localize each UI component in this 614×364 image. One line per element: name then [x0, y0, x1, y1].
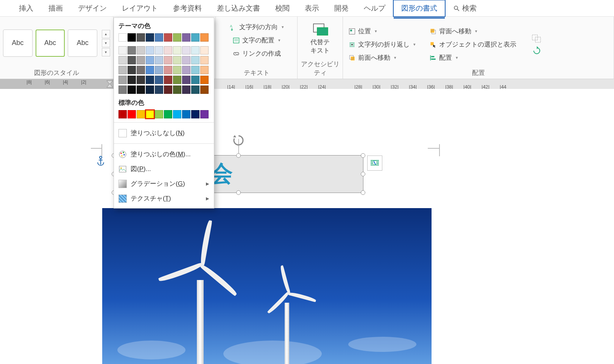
- color-swatch[interactable]: [191, 56, 199, 64]
- color-swatch[interactable]: [182, 33, 190, 42]
- color-swatch[interactable]: [137, 33, 145, 42]
- color-swatch[interactable]: [146, 66, 154, 74]
- document-area[interactable]: 電所見学会: [0, 89, 614, 364]
- style-preset-2[interactable]: Abc: [36, 30, 65, 57]
- color-swatch[interactable]: [137, 46, 145, 54]
- gradient-fill-item[interactable]: グラデーション(G) ▸: [114, 176, 214, 191]
- color-swatch[interactable]: [118, 33, 127, 42]
- style-gallery-spinner[interactable]: ▴ ▾ ▾: [102, 30, 110, 56]
- color-swatch[interactable]: [200, 76, 209, 84]
- color-swatch[interactable]: [155, 76, 163, 84]
- color-swatch[interactable]: [164, 76, 172, 84]
- color-swatch[interactable]: [137, 86, 145, 94]
- color-swatch[interactable]: [128, 56, 136, 64]
- no-fill-item[interactable]: 塗りつぶしなし(N): [114, 126, 214, 140]
- color-swatch[interactable]: [146, 86, 154, 94]
- color-swatch[interactable]: [164, 56, 172, 64]
- color-swatch[interactable]: [155, 66, 163, 74]
- selection-pane-button[interactable]: オブジェクトの選択と表示: [427, 39, 519, 50]
- tab-mailings[interactable]: 差し込み文書: [209, 0, 268, 16]
- wind-turbine-image[interactable]: [102, 208, 432, 364]
- resize-handle-t[interactable]: [236, 153, 241, 158]
- align-objects-button[interactable]: 配置: [427, 53, 519, 63]
- color-swatch[interactable]: [173, 86, 181, 94]
- color-swatch[interactable]: [191, 76, 199, 84]
- color-swatch[interactable]: [164, 66, 172, 74]
- tab-review[interactable]: 校閲: [268, 0, 297, 16]
- horizontal-ruler[interactable]: |8| |6| |4| |2| |14| |16| |18| |20| |22|…: [0, 79, 614, 89]
- style-preset-3[interactable]: Abc: [68, 30, 97, 57]
- style-more-button[interactable]: ▾: [102, 48, 110, 56]
- color-swatch[interactable]: [146, 110, 154, 118]
- color-swatch[interactable]: [191, 110, 199, 118]
- color-swatch[interactable]: [173, 46, 181, 54]
- resize-handle-br[interactable]: [361, 190, 365, 195]
- color-swatch[interactable]: [155, 33, 163, 42]
- color-swatch[interactable]: [118, 110, 127, 118]
- color-swatch[interactable]: [191, 66, 199, 74]
- color-swatch[interactable]: [173, 66, 181, 74]
- tab-help[interactable]: ヘルプ: [356, 0, 393, 16]
- color-swatch[interactable]: [155, 86, 163, 94]
- alt-text-button[interactable]: 代替テ キスト: [301, 19, 340, 58]
- color-swatch[interactable]: [155, 110, 163, 118]
- color-swatch[interactable]: [146, 46, 154, 54]
- tab-draw[interactable]: 描画: [41, 0, 70, 16]
- rotation-handle[interactable]: [232, 134, 245, 147]
- color-swatch[interactable]: [173, 56, 181, 64]
- rotate-objects-icon[interactable]: [531, 46, 542, 55]
- color-swatch[interactable]: [182, 46, 190, 54]
- color-swatch[interactable]: [200, 110, 209, 118]
- color-swatch[interactable]: [118, 56, 127, 64]
- color-swatch[interactable]: [200, 56, 209, 64]
- resize-handle-b[interactable]: [236, 190, 241, 195]
- style-up-button[interactable]: ▴: [102, 30, 110, 38]
- color-swatch[interactable]: [137, 76, 145, 84]
- tab-insert[interactable]: 挿入: [11, 0, 41, 16]
- tab-references[interactable]: 参考資料: [165, 0, 209, 16]
- color-swatch[interactable]: [146, 76, 154, 84]
- color-swatch[interactable]: [146, 56, 154, 64]
- color-swatch[interactable]: [137, 66, 145, 74]
- style-preset-1[interactable]: Abc: [3, 30, 33, 57]
- color-swatch[interactable]: [200, 66, 209, 74]
- color-swatch[interactable]: [200, 46, 209, 54]
- color-swatch[interactable]: [128, 110, 136, 118]
- color-swatch[interactable]: [182, 56, 190, 64]
- tab-layout[interactable]: レイアウト: [114, 0, 165, 16]
- style-down-button[interactable]: ▾: [102, 39, 110, 47]
- align-text-button[interactable]: 文字の配置: [230, 35, 283, 45]
- color-swatch[interactable]: [155, 46, 163, 54]
- texture-fill-item[interactable]: テクスチャ(T) ▸: [114, 191, 214, 206]
- tab-developer[interactable]: 開発: [327, 0, 356, 16]
- text-direction-button[interactable]: A 文字列の方向: [227, 22, 286, 32]
- color-swatch[interactable]: [200, 86, 209, 94]
- color-swatch[interactable]: [191, 46, 199, 54]
- tab-view[interactable]: 表示: [297, 0, 327, 16]
- picture-fill-item[interactable]: 図(P)...: [114, 162, 214, 176]
- color-swatch[interactable]: [118, 66, 127, 74]
- resize-handle-tr[interactable]: [361, 153, 365, 158]
- color-swatch[interactable]: [118, 46, 127, 54]
- group-objects-icon[interactable]: [531, 34, 542, 43]
- text-wrap-button[interactable]: 文字列の折り返し: [346, 39, 418, 50]
- color-swatch[interactable]: [164, 86, 172, 94]
- color-swatch[interactable]: [164, 33, 172, 42]
- color-swatch[interactable]: [191, 33, 199, 42]
- color-swatch[interactable]: [182, 110, 190, 118]
- color-swatch[interactable]: [137, 110, 145, 118]
- color-swatch[interactable]: [200, 33, 209, 42]
- tab-design[interactable]: デザイン: [70, 0, 114, 16]
- bring-forward-button[interactable]: 前面へ移動: [346, 53, 418, 63]
- color-swatch[interactable]: [128, 86, 136, 94]
- tab-search[interactable]: 検索: [446, 0, 484, 16]
- color-swatch[interactable]: [164, 110, 172, 118]
- color-swatch[interactable]: [173, 76, 181, 84]
- color-swatch[interactable]: [137, 56, 145, 64]
- color-swatch[interactable]: [146, 33, 154, 42]
- color-swatch[interactable]: [118, 86, 127, 94]
- color-swatch[interactable]: [182, 86, 190, 94]
- color-swatch[interactable]: [118, 76, 127, 84]
- position-button[interactable]: 位置: [346, 26, 418, 36]
- color-swatch[interactable]: [128, 33, 136, 42]
